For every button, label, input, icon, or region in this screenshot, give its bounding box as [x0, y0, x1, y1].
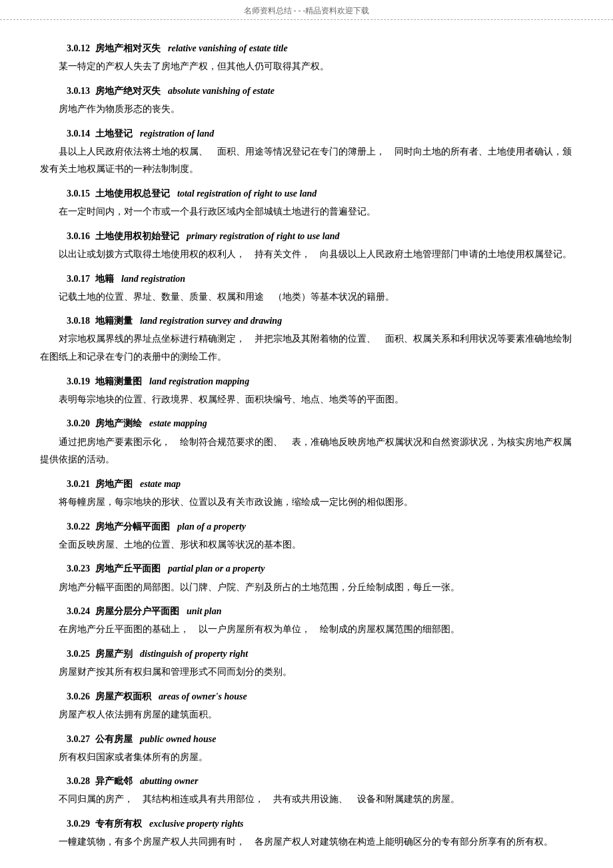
entry-3021-en: estate map [140, 479, 181, 489]
entry-3022-cn: 房地产分幅平面图 [95, 522, 170, 532]
entry-3028-def: 不同归属的房产， 其结构相连或具有共用部位， 共有或共用设施、 设备和附属建筑的… [40, 791, 573, 809]
entry-3018-def: 对宗地权属界线的界址点坐标进行精确测定， 并把宗地及其附着物的位置、 面积、权属… [40, 330, 573, 366]
entry-3023-header: 3.0.23 房地产丘平面图 partial plan or a propert… [67, 560, 573, 577]
entry-3022: 3.0.22 房地产分幅平面图 plan of a property 全面反映房… [40, 518, 573, 554]
entry-3016-en: primary registration of right to use lan… [187, 231, 339, 241]
header-bar: 名师资料总结 - - -精品资料欢迎下载 [0, 0, 613, 20]
entry-3020-cn: 房地产测绘 [95, 418, 142, 428]
entry-3013: 3.0.13 房地产绝对灭失 absolute vanishing of est… [40, 83, 573, 119]
entry-3026-number: 3.0.26 [67, 691, 90, 701]
entry-3016-number: 3.0.16 [67, 231, 90, 241]
entry-3027-en: public owned house [140, 734, 216, 744]
entry-3014-cn: 土地登记 [95, 129, 133, 139]
entry-3012: 3.0.12 房地产相对灭失 relative vanishing of est… [40, 40, 573, 76]
entry-3018-number: 3.0.18 [67, 316, 90, 326]
entry-3026-en: areas of owner's house [159, 691, 247, 701]
entry-3017-def: 记载土地的位置、界址、数量、质量、权属和用途 （地类）等基本状况的籍册。 [40, 288, 573, 306]
entry-3020: 3.0.20 房地产测绘 estate mapping 通过把房地产要素图示化，… [40, 415, 573, 468]
entry-3021-number: 3.0.21 [67, 479, 90, 489]
entry-3013-number: 3.0.13 [67, 86, 90, 96]
entry-3017-header: 3.0.17 地籍 land registration [67, 270, 573, 287]
entry-3020-header: 3.0.20 房地产测绘 estate mapping [67, 415, 573, 432]
entry-3025: 3.0.25 房屋产别 distinguish of property righ… [40, 646, 573, 681]
entry-3013-header: 3.0.13 房地产绝对灭失 absolute vanishing of est… [67, 83, 573, 99]
entry-3018-en: land registration survey and drawing [140, 316, 282, 326]
entry-3028-en: abutting owner [140, 776, 199, 786]
entry-3018-cn: 地籍测量 [95, 316, 133, 326]
entry-3015-def: 在一定时间内，对一个市或一个县行政区域内全部城镇土地进行的普遍登记。 [40, 203, 573, 221]
entry-3014-header: 3.0.14 土地登记 registration of land [67, 125, 573, 142]
entry-3012-header: 3.0.12 房地产相对灭失 relative vanishing of est… [67, 40, 573, 57]
entry-3027-def: 所有权归国家或者集体所有的房屋。 [40, 749, 573, 767]
entry-3027-number: 3.0.27 [67, 734, 90, 744]
entry-3021-cn: 房地产图 [95, 479, 133, 489]
entry-3026-cn: 房屋产权面积 [95, 691, 151, 701]
entry-3023-en: partial plan or a property [168, 564, 265, 574]
entry-3012-cn: 房地产相对灭失 [95, 43, 161, 53]
entry-3022-header: 3.0.22 房地产分幅平面图 plan of a property [67, 518, 573, 535]
entry-3025-cn: 房屋产别 [95, 649, 133, 659]
entry-3019: 3.0.19 地籍测量图 land registration mapping 表… [40, 373, 573, 409]
entry-3024: 3.0.24 房屋分层分户平面图 unit plan 在房地产分丘平面图的基础上… [40, 603, 573, 639]
entry-3027-header: 3.0.27 公有房屋 public owned house [67, 731, 573, 747]
entry-3014-en: registration of land [140, 129, 214, 139]
entry-3026: 3.0.26 房屋产权面积 areas of owner's house 房屋产… [40, 688, 573, 724]
entry-3026-def: 房屋产权人依法拥有房屋的建筑面积。 [40, 706, 573, 724]
entry-3019-header: 3.0.19 地籍测量图 land registration mapping [67, 373, 573, 390]
main-content: 3.0.12 房地产相对灭失 relative vanishing of est… [0, 20, 613, 868]
entry-3015: 3.0.15 土地使用权总登记 total registration of ri… [40, 185, 573, 221]
entry-3017: 3.0.17 地籍 land registration 记载土地的位置、界址、数… [40, 270, 573, 306]
entry-3019-number: 3.0.19 [67, 376, 90, 386]
entry-3021-header: 3.0.21 房地产图 estate map [67, 476, 573, 492]
entry-3027: 3.0.27 公有房屋 public owned house 所有权归国家或者集… [40, 731, 573, 767]
entry-3029-number: 3.0.29 [67, 819, 90, 829]
entry-3016-def: 以出让或划拨方式取得土地使用权的权利人， 持有关文件， 向县级以上人民政府土地管… [40, 246, 573, 264]
entry-3024-number: 3.0.24 [67, 606, 90, 616]
entry-3016: 3.0.16 土地使用权初始登记 primary registration of… [40, 228, 573, 264]
entry-3024-cn: 房屋分层分户平面图 [95, 606, 179, 616]
entry-3025-def: 房屋财产按其所有权归属和管理形式不同而划分的类别。 [40, 663, 573, 681]
entry-3024-def: 在房地产分丘平面图的基础上， 以一户房屋所有权为单位， 绘制成的房屋权属范围的细… [40, 621, 573, 639]
entry-3025-en: distinguish of property right [140, 649, 248, 659]
entry-3012-number: 3.0.12 [67, 43, 90, 53]
entry-3023-def: 房地产分幅平面图的局部图。以门牌、户院、产别及所占的土地范围，分丘绘制成图，每丘… [40, 579, 573, 597]
entry-3021-def: 将每幢房屋，每宗地块的形状、位置以及有关市政设施，缩绘成一定比例的相似图形。 [40, 494, 573, 512]
entry-3026-header: 3.0.26 房屋产权面积 areas of owner's house [67, 688, 573, 705]
entry-3014: 3.0.14 土地登记 registration of land 县以上人民政府… [40, 125, 573, 179]
entry-3012-en: relative vanishing of estate title [168, 43, 288, 53]
entry-3024-header: 3.0.24 房屋分层分户平面图 unit plan [67, 603, 573, 620]
entry-3027-cn: 公有房屋 [95, 734, 133, 744]
entry-3015-header: 3.0.15 土地使用权总登记 total registration of ri… [67, 185, 573, 202]
header-text: 名师资料总结 - - -精品资料欢迎下载 [244, 6, 370, 15]
entry-3017-cn: 地籍 [95, 274, 114, 284]
entry-3015-cn: 土地使用权总登记 [95, 189, 170, 199]
entry-3028-number: 3.0.28 [67, 776, 90, 786]
entry-3015-en: total registration of right to use land [177, 189, 316, 199]
entry-3013-en: absolute vanishing of estate [168, 86, 275, 96]
entry-3018: 3.0.18 地籍测量 land registration survey and… [40, 312, 573, 366]
entry-3029: 3.0.29 专有所有权 exclusive property rights 一… [40, 815, 573, 851]
entry-3020-en: estate mapping [149, 418, 207, 428]
entry-3029-en: exclusive property rights [149, 819, 244, 829]
entry-3028-header: 3.0.28 异产毗邻 abutting owner [67, 773, 573, 789]
entry-3022-number: 3.0.22 [67, 522, 90, 532]
entry-3016-header: 3.0.16 土地使用权初始登记 primary registration of… [67, 228, 573, 244]
entry-3028: 3.0.28 异产毗邻 abutting owner 不同归属的房产， 其结构相… [40, 773, 573, 809]
entry-3029-cn: 专有所有权 [95, 819, 142, 829]
entry-3017-number: 3.0.17 [67, 274, 90, 284]
entry-3023: 3.0.23 房地产丘平面图 partial plan or a propert… [40, 560, 573, 596]
entry-3020-def: 通过把房地产要素图示化， 绘制符合规范要求的图、 表，准确地反映房地产权属状况和… [40, 434, 573, 469]
entry-3021: 3.0.21 房地产图 estate map 将每幢房屋，每宗地块的形状、位置以… [40, 476, 573, 512]
entry-3017-en: land registration [121, 274, 185, 284]
entry-3018-header: 3.0.18 地籍测量 land registration survey and… [67, 312, 573, 329]
entry-3014-number: 3.0.14 [67, 129, 90, 139]
entry-3019-en: land registration mapping [149, 376, 249, 386]
entry-3023-cn: 房地产丘平面图 [95, 564, 161, 574]
entry-3029-header: 3.0.29 专有所有权 exclusive property rights [67, 815, 573, 832]
entry-3013-def: 房地产作为物质形态的丧失。 [40, 101, 573, 119]
entry-3019-cn: 地籍测量图 [95, 376, 142, 386]
entry-3020-number: 3.0.20 [67, 418, 90, 428]
entry-3025-header: 3.0.25 房屋产别 distinguish of property righ… [67, 646, 573, 662]
entry-3029-def: 一幢建筑物，有多个房屋产权人共同拥有时， 各房屋产权人对建筑物在构造上能明确区分… [40, 833, 573, 851]
entry-3014-def: 县以上人民政府依法将土地的权属、 面积、用途等情况登记在专门的簿册上， 同时向土… [40, 143, 573, 179]
